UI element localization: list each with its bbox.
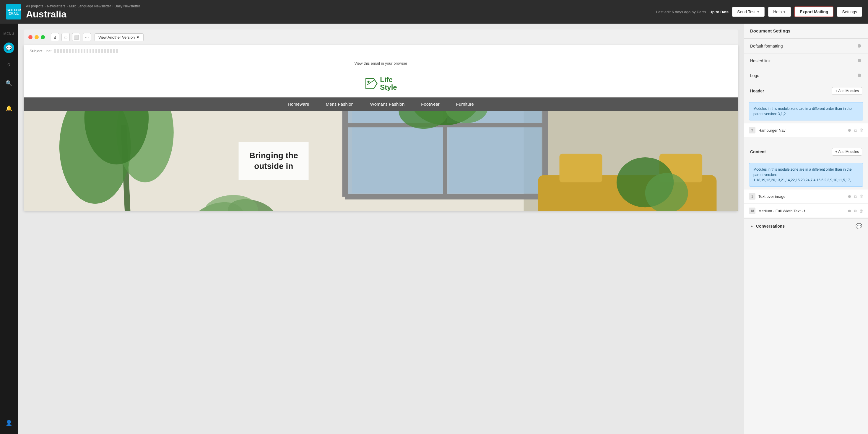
page-title: Australia bbox=[26, 9, 140, 20]
top-bar: TAXI FOR EMAIL All projects › Newsletter… bbox=[0, 0, 868, 24]
logo-row[interactable]: Logo ⏺ bbox=[744, 68, 868, 83]
sidebar-icon-help[interactable]: ? bbox=[4, 60, 14, 71]
header-add-modules-button[interactable]: + Add Modules bbox=[832, 87, 862, 95]
hosted-link-row[interactable]: Hosted link ⏺ bbox=[744, 54, 868, 68]
module-actions-hamburger: ⏺ ⧉ 🗑 bbox=[847, 128, 863, 133]
toolbar-icons: 🖥 ▭ ⬜ ⋯ bbox=[51, 33, 91, 41]
conversations-label: Conversations bbox=[756, 224, 785, 229]
module-name-hamburger-nav: Hamburger Nav bbox=[758, 128, 844, 133]
hero-section: Bringing the outside in bbox=[24, 111, 738, 211]
content-zone-title: Content bbox=[750, 149, 766, 154]
sidebar-icon-chat[interactable]: 💬 bbox=[4, 42, 14, 53]
settings-button[interactable]: Settings bbox=[837, 7, 862, 17]
help-arrow-icon: ▼ bbox=[783, 10, 786, 13]
preview-more-icon[interactable]: ⋯ bbox=[83, 33, 91, 41]
lifestyle-logo: Life Style bbox=[365, 76, 397, 92]
help-label: Help bbox=[773, 9, 782, 14]
module-name-text-over-image: Text over image bbox=[758, 194, 844, 199]
preview-tablet-icon[interactable]: ▭ bbox=[61, 33, 70, 41]
help-button[interactable]: Help ▼ bbox=[768, 7, 791, 17]
header-zone-title: Header bbox=[750, 89, 764, 93]
nav-item-homeware[interactable]: Homeware bbox=[279, 97, 318, 111]
last-edit-text: Last edit 6 days ago by Parth bbox=[656, 10, 706, 14]
hero-text-box: Bringing the outside in bbox=[239, 142, 309, 180]
module-copy-icon[interactable]: ⧉ bbox=[854, 128, 857, 133]
module-delete-icon-1[interactable]: 🗑 bbox=[859, 194, 863, 199]
view-browser-link[interactable]: View this email in your browser bbox=[354, 61, 407, 66]
breadcrumb-all-projects[interactable]: All projects bbox=[26, 4, 43, 8]
settings-label: Settings bbox=[842, 9, 857, 14]
module-settings-icon-1[interactable]: ⏺ bbox=[847, 194, 851, 199]
content-module-item-full-width-text[interactable]: 18 Medium - Full Width Text - f... ⏺ ⧉ 🗑 bbox=[744, 204, 868, 218]
content-area: 🖥 ▭ ⬜ ⋯ View Another Version ▼ Subject L… bbox=[18, 24, 868, 434]
send-test-button[interactable]: Send Test ▼ bbox=[732, 7, 765, 17]
subject-label: Subject Line: bbox=[30, 49, 52, 53]
breadcrumb-sep-1: › bbox=[44, 4, 46, 8]
sidebar-icon-user[interactable]: 👤 bbox=[4, 418, 14, 428]
module-settings-icon[interactable]: ⏺ bbox=[847, 128, 851, 133]
breadcrumb-daily-newsletter[interactable]: Daily Newsletter bbox=[114, 4, 140, 8]
app-logo[interactable]: TAXI FOR EMAIL bbox=[6, 4, 21, 20]
content-add-modules-button[interactable]: + Add Modules bbox=[832, 148, 862, 156]
version-dropdown-icon: ▼ bbox=[136, 35, 140, 40]
content-zone-header: Content + Add Modules bbox=[744, 144, 868, 160]
logo-text: TAXI FOR EMAIL bbox=[6, 8, 21, 15]
module-number-18: 18 bbox=[749, 207, 755, 214]
module-number-2: 2 bbox=[749, 127, 755, 133]
module-copy-icon-18[interactable]: ⧉ bbox=[854, 208, 857, 213]
dot-yellow bbox=[35, 35, 39, 39]
module-delete-icon[interactable]: 🗑 bbox=[859, 128, 863, 133]
sidebar-icon-bell[interactable]: 🔔 bbox=[4, 103, 14, 114]
conversations-bar[interactable]: ▲ Conversations 💬 bbox=[744, 219, 868, 234]
hosted-link-icon: ⏺ bbox=[857, 58, 862, 64]
traffic-lights bbox=[28, 35, 45, 39]
nav-item-footwear[interactable]: Footwear bbox=[413, 97, 448, 111]
module-copy-icon-1[interactable]: ⧉ bbox=[854, 194, 857, 199]
email-logo-area: Life Style bbox=[24, 70, 738, 97]
breadcrumb-sep-3: › bbox=[112, 4, 113, 8]
header-module-item-hamburger-nav[interactable]: 2 Hamburger Nav ⏺ ⧉ 🗑 bbox=[744, 124, 868, 137]
preview-desktop-icon[interactable]: 🖥 bbox=[51, 33, 59, 41]
default-formatting-icon: ⏺ bbox=[857, 43, 862, 49]
conversations-chevron-icon: ▲ bbox=[750, 224, 754, 228]
header-zone-header: Header + Add Modules bbox=[744, 83, 868, 99]
lifestyle-logo-icon bbox=[365, 77, 378, 90]
preview-mobile-icon[interactable]: ⬜ bbox=[72, 33, 80, 41]
module-actions-text-image: ⏺ ⧉ 🗑 bbox=[847, 194, 863, 199]
logo-label: Logo bbox=[750, 73, 759, 78]
module-actions-full-width: ⏺ ⧉ 🗑 bbox=[847, 208, 863, 213]
nav-item-mens-fashion[interactable]: Mens Fashion bbox=[318, 97, 362, 111]
nav-item-furniture[interactable]: Furniture bbox=[448, 97, 482, 111]
export-mailing-button[interactable]: Export Mailing bbox=[795, 6, 833, 17]
breadcrumb-multi-language[interactable]: Multi Language Newsletter bbox=[69, 4, 111, 8]
email-subject-bar: Subject Line: bbox=[24, 45, 738, 57]
nav-item-womans-fashion[interactable]: Womans Fashion bbox=[362, 97, 413, 111]
email-preview-wrapper[interactable]: 🖥 ▭ ⬜ ⋯ View Another Version ▼ Subject L… bbox=[18, 24, 744, 434]
module-delete-icon-18[interactable]: 🗑 bbox=[859, 208, 863, 213]
email-body: View this email in your browser bbox=[24, 57, 738, 211]
default-formatting-row[interactable]: Default formatting ⏺ bbox=[744, 39, 868, 54]
hero-text: Bringing the outside in bbox=[249, 150, 298, 171]
svg-marker-0 bbox=[366, 78, 377, 89]
header-zone-alert: Modules in this module zone are in a dif… bbox=[749, 102, 863, 121]
conversations-chat-icon: 💬 bbox=[856, 223, 862, 229]
send-test-arrow-icon: ▼ bbox=[756, 10, 760, 13]
subject-value-blurred bbox=[54, 49, 119, 53]
email-nav-bar: Homeware Mens Fashion Womans Fashion Foo… bbox=[24, 97, 738, 111]
header-left: All projects › Newsletters › Multi Langu… bbox=[26, 4, 140, 20]
email-frame: Subject Line: View this email in your br… bbox=[24, 45, 738, 211]
module-name-full-width-text: Medium - Full Width Text - f... bbox=[758, 209, 844, 213]
preview-toolbar: 🖥 ▭ ⬜ ⋯ View Another Version ▼ bbox=[24, 30, 738, 45]
sidebar-icon-search[interactable]: 🔍 bbox=[4, 78, 14, 89]
default-formatting-label: Default formatting bbox=[750, 44, 783, 48]
view-browser-bar: View this email in your browser bbox=[24, 57, 738, 70]
view-another-version-button[interactable]: View Another Version ▼ bbox=[95, 33, 144, 41]
left-sidebar: MENU 💬 ? 🔍 🔔 👤 bbox=[0, 24, 18, 434]
svg-rect-8 bbox=[449, 111, 541, 193]
status-badge: Up to Date bbox=[709, 10, 728, 14]
logo-icon: ⏺ bbox=[857, 72, 862, 78]
module-settings-icon-18[interactable]: ⏺ bbox=[847, 208, 851, 213]
breadcrumb-newsletters[interactable]: Newsletters bbox=[47, 4, 66, 8]
content-module-item-text-over-image[interactable]: 1 Text over image ⏺ ⧉ 🗑 bbox=[744, 190, 868, 203]
main-layout: MENU 💬 ? 🔍 🔔 👤 🖥 ▭ ⬜ ⋯ bbox=[0, 24, 868, 434]
